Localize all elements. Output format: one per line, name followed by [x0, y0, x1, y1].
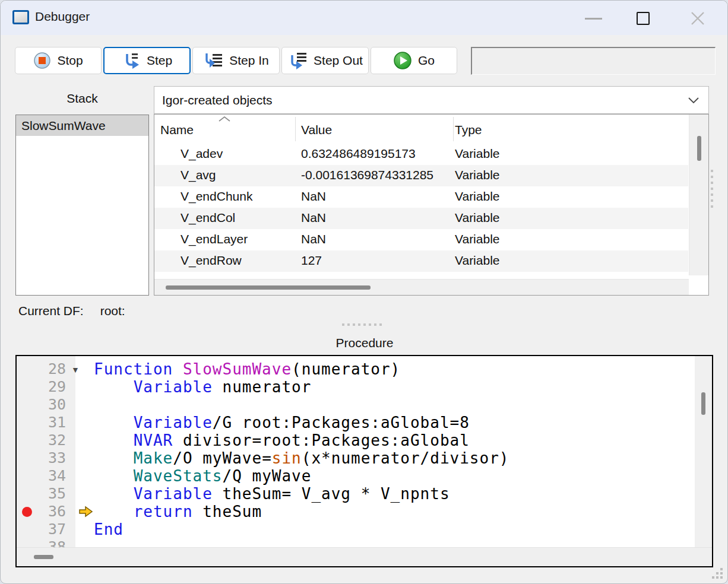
procedure-editor[interactable]: 28▼Function SlowSumWave(numerator)29 Var…	[15, 355, 713, 567]
line-number[interactable]: 35	[17, 485, 66, 503]
scrollbar-thumb[interactable]	[166, 285, 371, 290]
triangle-down-icon[interactable]: ▼	[71, 365, 80, 374]
stack-list[interactable]: SlowSumWave	[15, 115, 149, 296]
table-horizontal-scrollbar[interactable]	[154, 279, 689, 295]
table-cell: Variable	[455, 211, 500, 225]
code-line[interactable]: 36 return theSum	[17, 503, 695, 520]
table-row[interactable]: V_endLayerNaNVariable	[154, 229, 688, 250]
code-lines: 28▼Function SlowSumWave(numerator)29 Var…	[17, 360, 695, 556]
table-cell: Variable	[455, 232, 500, 246]
title-bar: Debugger	[1, 1, 727, 35]
table-row[interactable]: V_endRow127Variable	[154, 250, 688, 272]
column-header-value[interactable]: Value	[301, 123, 332, 137]
table-cell: Variable	[455, 147, 500, 161]
execution-arrow-icon	[78, 506, 94, 520]
line-number[interactable]: 32	[17, 431, 66, 449]
scrollbar-thumb[interactable]	[701, 392, 705, 415]
step-arrow-icon	[122, 52, 141, 69]
table-row[interactable]: V_adev0.632486489195173Variable	[154, 144, 688, 165]
step-out-button-label: Step Out	[314, 53, 363, 68]
table-cell: Variable	[455, 189, 500, 204]
code-text: NVAR divisor=root:Packages:aGlobal	[94, 431, 470, 449]
step-in-button[interactable]: Step In	[192, 47, 280, 74]
table-cell: 127	[301, 253, 322, 268]
table-cell: V_avg	[181, 168, 216, 182]
scrollbar-thumb[interactable]	[34, 555, 53, 559]
play-circle-icon	[393, 51, 412, 70]
stop-button[interactable]: Stop	[15, 47, 102, 74]
table-cell: V_endCol	[181, 211, 235, 225]
vertical-splitter-handle[interactable]	[711, 170, 713, 208]
code-line[interactable]: 29 Variable numerator	[17, 378, 695, 396]
line-number[interactable]: 34	[17, 467, 66, 485]
resize-grip[interactable]	[712, 568, 726, 582]
table-cell: V_endLayer	[181, 232, 248, 246]
line-number[interactable]: 31	[17, 414, 66, 431]
close-icon[interactable]	[688, 9, 707, 28]
current-df-label: Current DF:	[18, 304, 84, 318]
stop-circle-icon	[33, 52, 51, 69]
line-number[interactable]: 33	[17, 449, 66, 467]
app-window-icon	[12, 10, 29, 24]
code-line[interactable]: 34 WaveStats/Q myWave	[17, 467, 695, 485]
maximize-icon[interactable]	[637, 12, 650, 25]
line-number[interactable]: 28	[17, 360, 66, 378]
go-button[interactable]: Go	[371, 47, 457, 74]
code-line[interactable]: 28▼Function SlowSumWave(numerator)	[17, 360, 695, 378]
table-header: Name Value Type	[154, 115, 708, 144]
horizontal-splitter-handle[interactable]	[342, 323, 382, 326]
table-row[interactable]: V_endColNaNVariable	[154, 208, 688, 229]
editor-horizontal-scrollbar[interactable]	[17, 547, 712, 566]
code-text: Variable/G root:Packages:aGlobal=8	[94, 414, 470, 431]
code-line[interactable]: 31 Variable/G root:Packages:aGlobal=8	[17, 414, 695, 431]
editor-vertical-scrollbar[interactable]	[695, 356, 712, 547]
column-divider	[453, 117, 454, 141]
code-text: Variable theSum= V_avg * V_npnts	[94, 485, 450, 503]
table-cell: NaN	[301, 211, 326, 225]
scope-dropdown-value: Igor-created objects	[162, 93, 273, 107]
code-line[interactable]: 30	[17, 396, 695, 414]
table-cell: V_endChunk	[181, 189, 252, 204]
code-text: WaveStats/Q myWave	[94, 467, 311, 485]
debugger-window: Debugger Stop Step	[0, 0, 728, 584]
minimize-icon[interactable]	[585, 18, 602, 20]
table-row[interactable]: V_avg-0.00161369874331285Variable	[154, 165, 688, 186]
table-cell: 0.632486489195173	[301, 147, 416, 161]
procedure-label: Procedure	[305, 336, 424, 350]
line-number[interactable]: 29	[17, 378, 66, 396]
chevron-up-icon[interactable]	[219, 116, 230, 122]
table-vertical-scrollbar[interactable]	[689, 115, 708, 275]
code-text: End	[94, 520, 124, 538]
chevron-down-icon	[688, 97, 699, 103]
status-box	[471, 47, 716, 75]
table-cell: NaN	[301, 232, 326, 246]
code-line[interactable]: 35 Variable theSum= V_avg * V_npnts	[17, 485, 695, 503]
table-cell: Variable	[455, 168, 500, 182]
column-header-name[interactable]: Name	[160, 123, 194, 137]
code-line[interactable]: 33 Make/O myWave=sin(x*numerator/divisor…	[17, 449, 695, 467]
table-cell: V_adev	[181, 147, 223, 161]
step-out-button[interactable]: Step Out	[281, 47, 369, 74]
stack-item[interactable]: SlowSumWave	[16, 115, 148, 136]
table-cell: NaN	[301, 189, 326, 204]
table-row[interactable]: V_endChunkNaNVariable	[154, 186, 688, 208]
line-number[interactable]: 37	[17, 520, 66, 538]
column-divider	[295, 117, 296, 141]
scope-dropdown[interactable]: Igor-created objects	[154, 86, 709, 114]
table-cell: Variable	[455, 253, 500, 268]
step-in-button-label: Step In	[229, 53, 269, 68]
scrollbar-thumb[interactable]	[697, 136, 701, 161]
code-text: return theSum	[94, 503, 262, 520]
code-line[interactable]: 32 NVAR divisor=root:Packages:aGlobal	[17, 431, 695, 449]
line-number[interactable]: 36	[17, 503, 66, 520]
step-out-icon	[287, 52, 308, 69]
step-button-label: Step	[147, 53, 172, 68]
code-line[interactable]: 37End	[17, 520, 695, 538]
column-header-type[interactable]: Type	[455, 123, 482, 137]
step-button[interactable]: Step	[103, 47, 191, 74]
go-button-label: Go	[418, 53, 435, 68]
step-into-icon	[203, 52, 223, 69]
line-number[interactable]: 30	[17, 396, 66, 414]
stop-button-label: Stop	[57, 53, 83, 68]
code-text: Function SlowSumWave(numerator)	[94, 360, 400, 378]
